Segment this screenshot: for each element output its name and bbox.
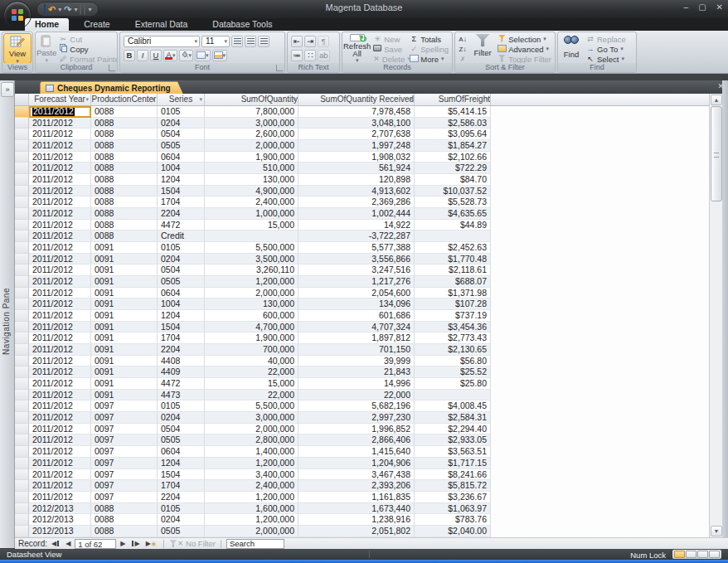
cell[interactable]: 2011/2012 [29, 118, 91, 129]
cell[interactable]: 0105 [158, 400, 205, 412]
column-dropdown-icon[interactable]: ▾ [199, 94, 202, 105]
cell[interactable]: 1504 [158, 322, 205, 333]
selection-button[interactable]: Selection▾ [495, 34, 554, 44]
cell[interactable]: $783.76 [415, 514, 491, 526]
align-center-button[interactable] [245, 36, 256, 47]
cell[interactable]: 1,200,000 [205, 458, 298, 469]
cell[interactable]: $1,854.27 [415, 140, 491, 152]
cell[interactable]: $722.29 [415, 163, 491, 174]
row-selector[interactable] [15, 208, 29, 220]
row-selector[interactable] [15, 118, 29, 129]
cell[interactable]: 5,500,000 [205, 400, 298, 412]
cell[interactable]: 0091 [91, 390, 158, 401]
scrollbar-thumb[interactable] [711, 106, 722, 201]
cell[interactable]: $688.07 [415, 276, 491, 288]
cell[interactable]: 0091 [91, 242, 158, 254]
cell[interactable]: 4,913,602 [298, 186, 415, 197]
cell[interactable]: 1,400,000 [205, 446, 298, 458]
cell[interactable]: 0505 [158, 434, 205, 446]
cell[interactable]: 1504 [158, 186, 205, 197]
column-dropdown-icon[interactable]: ▾ [485, 94, 488, 105]
cell[interactable]: 2011/2012 [29, 366, 91, 378]
cell[interactable]: 2011/2012 [29, 208, 91, 220]
italic-button[interactable]: I [137, 50, 148, 61]
cell[interactable]: 700,000 [205, 344, 298, 356]
underline-button[interactable]: U [150, 50, 162, 61]
cell[interactable]: 1004 [158, 163, 205, 174]
cell[interactable]: 2,800,000 [205, 434, 298, 446]
cell[interactable]: 0088 [91, 208, 158, 220]
font-color-button[interactable]: A▾ [163, 50, 177, 61]
row-selector[interactable] [15, 356, 29, 367]
cell[interactable]: 3,000,000 [205, 412, 298, 424]
row-selector[interactable] [15, 231, 29, 242]
cell[interactable]: 2,051,802 [298, 526, 415, 537]
cell[interactable]: 1,600,000 [205, 503, 298, 515]
cell[interactable]: 2,054,600 [298, 288, 415, 299]
cell[interactable]: 3,500,000 [205, 254, 298, 265]
cell[interactable]: 2204 [158, 344, 205, 356]
cell[interactable]: 0088 [91, 152, 158, 163]
bullet-list-button[interactable]: ∷ [304, 50, 316, 61]
cell[interactable]: 2,000,000 [205, 288, 298, 299]
cell[interactable]: $3,454.36 [415, 322, 491, 333]
cell[interactable]: 2,369,286 [298, 197, 415, 208]
cell[interactable]: 120,898 [298, 174, 415, 186]
cell[interactable]: 1,161,835 [298, 492, 415, 503]
cell[interactable]: $25.80 [415, 378, 491, 390]
row-selector[interactable] [15, 366, 29, 378]
cell[interactable]: 0097 [91, 424, 158, 435]
cell[interactable]: 0088 [91, 118, 158, 129]
row-selector[interactable] [15, 332, 29, 344]
replace-button[interactable]: ⇄Replace [584, 34, 629, 44]
cell[interactable]: 2204 [158, 492, 205, 503]
cell[interactable]: 2011/2012 [29, 231, 91, 242]
cell[interactable] [205, 231, 298, 242]
cell[interactable]: 1504 [158, 469, 205, 481]
column-dropdown-icon[interactable]: ▾ [85, 94, 89, 105]
cell[interactable]: $2,118.61 [415, 265, 491, 276]
tab-home[interactable]: Home [25, 18, 69, 31]
cell[interactable]: 3,556,866 [298, 254, 415, 265]
cell[interactable]: 21,843 [298, 366, 415, 378]
cell[interactable]: 0505 [158, 140, 205, 152]
row-selector[interactable] [15, 152, 29, 163]
cell[interactable]: 1,238,916 [298, 514, 415, 526]
cell[interactable]: 0097 [91, 434, 158, 446]
cell[interactable]: Credit [158, 231, 205, 242]
cell[interactable]: 0091 [91, 332, 158, 344]
copy-button[interactable]: Copy [56, 44, 118, 54]
cell[interactable]: 4472 [158, 220, 205, 231]
align-right-button[interactable] [258, 36, 269, 47]
cell[interactable]: 0204 [158, 254, 205, 265]
cell[interactable]: 0504 [158, 129, 205, 140]
cell[interactable]: 1,217,276 [298, 276, 415, 288]
row-selector[interactable] [15, 412, 29, 424]
cell[interactable]: 2011/2012 [29, 356, 91, 367]
totals-button[interactable]: ΣTotals [407, 34, 451, 44]
cell[interactable]: 0604 [158, 446, 205, 458]
cell[interactable]: 0091 [91, 356, 158, 367]
cell[interactable]: 2011/2012 [29, 220, 91, 231]
cell[interactable]: $2,040.00 [415, 526, 491, 537]
cell[interactable]: 22,000 [205, 366, 298, 378]
cell[interactable]: $2,102.66 [415, 152, 491, 163]
tab-database-tools[interactable]: Database Tools [202, 18, 282, 31]
column-header[interactable]: ProductionCenter▾ [91, 94, 158, 106]
row-selector[interactable] [15, 220, 29, 231]
cell[interactable]: 0091 [91, 288, 158, 299]
cell[interactable] [415, 231, 491, 242]
row-selector[interactable] [15, 310, 29, 322]
close-button[interactable]: ✕ [716, 2, 723, 12]
cell[interactable]: 0088 [91, 231, 158, 242]
cell[interactable]: 2011/2012 [29, 434, 91, 446]
cell[interactable]: 1704 [158, 197, 205, 208]
fill-color-button[interactable]: ▾ [179, 50, 194, 61]
cell[interactable]: 1,002,444 [298, 208, 415, 220]
cell[interactable]: $56.80 [415, 356, 491, 367]
cell[interactable]: 2011/2012 [29, 186, 91, 197]
cell[interactable]: 0604 [158, 152, 205, 163]
row-selector[interactable] [15, 480, 29, 492]
sort-ascending-button[interactable]: A↓ [456, 34, 470, 44]
advanced-button[interactable]: Advanced▾ [495, 44, 554, 54]
